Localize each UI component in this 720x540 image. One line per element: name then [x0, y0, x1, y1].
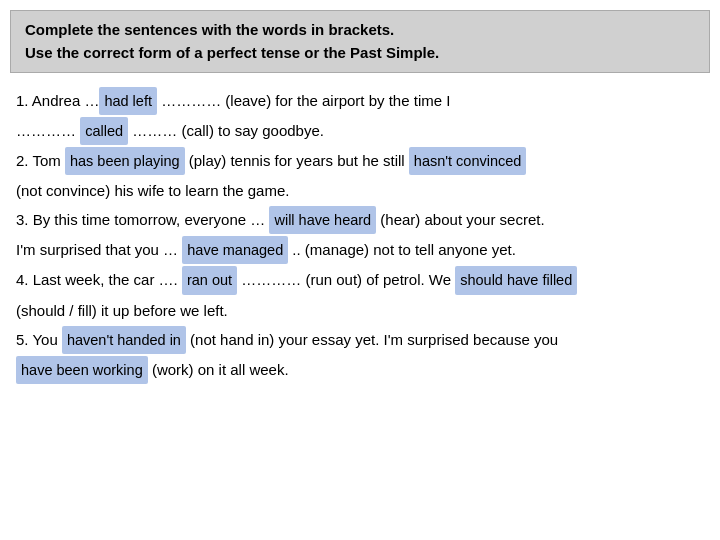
sentence-2b: (not convince) his wife to learn the gam…	[16, 177, 704, 204]
s1-answer2: called	[80, 117, 128, 145]
s5-answer1: haven't handed in	[62, 326, 186, 354]
s5-text1: 5. You	[16, 331, 62, 348]
header-line2: Use the correct form of a perfect tense …	[25, 42, 695, 65]
s2-text3: (not convince) his wife to learn the gam…	[16, 182, 289, 199]
header-box: Complete the sentences with the words in…	[10, 10, 710, 73]
s2-text2: (play) tennis for years but he still	[185, 152, 409, 169]
content-area: 1. Andrea …had left ………… (leave) for the…	[0, 73, 720, 396]
sentence-3: 3. By this time tomorrow, everyone … wil…	[16, 206, 704, 234]
s4-text1: 4. Last week, the car ….	[16, 271, 182, 288]
s4-text3: (should / fill) it up before we left.	[16, 302, 228, 319]
s4-text2: ………… (run out) of petrol. We	[237, 271, 455, 288]
s3-text3: I'm surprised that you …	[16, 241, 182, 258]
sentence-4b: (should / fill) it up before we left.	[16, 297, 704, 324]
header-line1: Complete the sentences with the words in…	[25, 19, 695, 42]
s4-answer2: should have filled	[455, 266, 577, 294]
sentence-5b: have been working (work) on it all week.	[16, 356, 704, 384]
sentence-2: 2. Tom has been playing (play) tennis fo…	[16, 147, 704, 175]
s1-text1: 1. Andrea …	[16, 92, 99, 109]
s3-answer2: have managed	[182, 236, 288, 264]
s1-text4: ……… (call) to say goodbye.	[128, 122, 324, 139]
s3-answer1: will have heard	[269, 206, 376, 234]
sentence-3b: I'm surprised that you … have managed ..…	[16, 236, 704, 264]
s5-answer2: have been working	[16, 356, 148, 384]
s2-answer1: has been playing	[65, 147, 185, 175]
s1-answer1: had left	[99, 87, 157, 115]
s1-text3: …………	[16, 122, 80, 139]
s2-answer2: hasn't convinced	[409, 147, 527, 175]
s5-text3: (work) on it all week.	[148, 361, 289, 378]
s2-text1: 2. Tom	[16, 152, 65, 169]
s3-text2: (hear) about your secret.	[376, 211, 544, 228]
s5-text2: (not hand in) your essay yet. I'm surpri…	[186, 331, 558, 348]
s1-text2: ………… (leave) for the airport by the time…	[157, 92, 450, 109]
sentence-4: 4. Last week, the car …. ran out ………… (r…	[16, 266, 704, 294]
sentence-1: 1. Andrea …had left ………… (leave) for the…	[16, 87, 704, 115]
s3-text1: 3. By this time tomorrow, everyone …	[16, 211, 269, 228]
sentence-5: 5. You haven't handed in (not hand in) y…	[16, 326, 704, 354]
s3-text4: .. (manage) not to tell anyone yet.	[288, 241, 516, 258]
sentence-1b: ………… called ……… (call) to say goodbye.	[16, 117, 704, 145]
s4-answer1: ran out	[182, 266, 237, 294]
